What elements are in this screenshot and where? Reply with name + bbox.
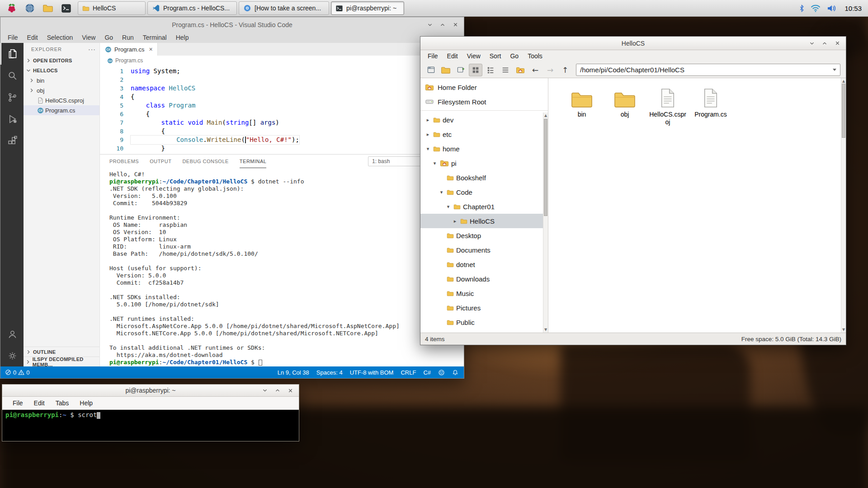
code-line-5[interactable]: 5 class Program [100,101,464,110]
activity-extensions-button[interactable] [0,130,24,151]
tree-item-bookshelf[interactable]: Bookshelf [420,170,548,185]
fm-menu-file[interactable]: File [423,52,443,60]
window-maximize-button[interactable] [821,39,829,47]
wifi-icon[interactable] [810,4,821,13]
activity-search-button[interactable] [0,65,24,86]
new-window-icon[interactable] [454,64,467,76]
menu-view[interactable]: View [77,32,100,43]
expander-right-icon[interactable]: ▸ [452,218,458,224]
explorer-item-program.cs[interactable]: C#Program.cs [24,105,99,115]
web-browser-launcher-icon[interactable] [22,1,38,15]
code-line-3[interactable]: 3namespace HelloCS [100,84,464,93]
scroll-down-icon[interactable]: ▼ [841,328,846,332]
menu-file[interactable]: File [3,32,23,43]
window-shade-button[interactable] [261,386,269,394]
terminal-menu-tabs[interactable]: Tabs [51,399,74,407]
tree-item-code[interactable]: ▾Code [420,185,548,199]
terminal-titlebar[interactable]: pi@raspberrypi: ~ [2,385,299,397]
menu-edit[interactable]: Edit [23,32,42,43]
detailed-view-toggle[interactable] [484,64,497,76]
section-open-editors[interactable]: OPEN EDITORS [24,56,99,66]
window-close-button[interactable] [833,39,841,47]
explorer-item-hellocs.csproj[interactable]: HelloCS.csproj [24,95,99,105]
code-line-9[interactable]: 9 Console.WriteLine("Hello, C#!"); [100,136,464,144]
tree-item-public[interactable]: Public [420,315,548,329]
applications-menu-icon[interactable] [4,1,20,15]
fm-menu-tools[interactable]: Tools [523,52,547,60]
scroll-up-icon[interactable]: ▲ [543,113,548,117]
tree-item-home[interactable]: ▾home [420,141,548,156]
terminal-menu-edit[interactable]: Edit [29,399,50,407]
section-outline[interactable]: OUTLINE [24,347,99,357]
new-tab-icon[interactable] [439,64,453,76]
code-line-4[interactable]: 4{ [100,93,464,101]
tree-item-pictures[interactable]: Pictures [420,300,548,315]
terminal-screen[interactable]: pi@raspberrypi:~ $ scrot [2,410,299,441]
forward-button[interactable]: → [543,64,557,76]
code-line-6[interactable]: 6 { [100,110,464,118]
home-button[interactable] [514,64,527,76]
window-maximize-button[interactable] [274,386,282,394]
expander-down-icon[interactable]: ▾ [432,160,438,166]
file-item-program.cs[interactable]: Program.cs [691,85,731,126]
fm-menu-go[interactable]: Go [505,52,523,60]
tab-program-cs[interactable]: C# Program.cs × [100,43,158,56]
expander-down-icon[interactable]: ▾ [439,189,444,195]
tree-item-hellocs[interactable]: ▸HelloCS [420,214,548,228]
explorer-actions-icon[interactable]: ··· [88,46,96,53]
panel-tab-output[interactable]: OUTPUT [150,155,171,168]
status-eol[interactable]: CRLF [401,369,416,376]
code-line-1[interactable]: 1using System; [100,67,464,75]
back-button[interactable]: ← [528,64,542,76]
tree-item-downloads[interactable]: Downloads [420,272,548,286]
place-filesystem-root[interactable]: Filesystem Root [420,94,548,109]
breadcrumb-item[interactable]: Program.cs [115,57,143,64]
volume-icon[interactable] [826,4,837,13]
up-button[interactable]: ↑ [558,64,572,76]
fm-menu-sort[interactable]: Sort [485,52,506,60]
integrated-terminal[interactable]: Hello, C#!pi@raspberrypi:~/Code/Chapter0… [100,168,464,366]
menu-run[interactable]: Run [118,32,138,43]
menu-go[interactable]: Go [100,32,118,43]
side-pane-toggle-icon[interactable] [424,64,438,76]
window-close-button[interactable] [451,21,459,29]
problems-status[interactable]: 0 0 [5,369,29,376]
code-line-7[interactable]: 7 static void Main(string[] args) [100,118,464,127]
tree-item-dotnet[interactable]: dotnet [420,257,548,272]
expander-down-icon[interactable]: ▾ [425,146,431,152]
scroll-up-icon[interactable]: ▲ [841,79,846,83]
taskbar-task-2[interactable]: Program.cs - HelloCS... [147,1,237,15]
scrollbar-thumb[interactable] [544,119,547,216]
activity-files-button[interactable] [0,43,24,65]
window-shade-button[interactable] [808,39,816,47]
tree-item-pi[interactable]: ▾pi [420,156,548,170]
fm-titlebar[interactable]: HelloCS [420,37,846,50]
path-dropdown-icon[interactable] [833,69,836,71]
compact-view-toggle[interactable] [499,64,512,76]
tree-item-etc[interactable]: ▸etc [420,127,548,141]
side-pane-scrollbar[interactable]: ▲ ▼ [543,113,548,333]
taskbar-task-3[interactable]: [How to take a screen... [239,1,329,15]
file-item-obj[interactable]: obj [605,85,645,126]
tree-item-desktop[interactable]: Desktop [420,228,548,243]
code-line-10[interactable]: 10 } [100,144,464,153]
terminal-menu-help[interactable]: Help [75,399,98,407]
activity-account-button[interactable] [0,323,24,345]
fm-file-view[interactable]: binobjHelloCS.csprojProgram.cs ▲ ▼ [548,78,846,333]
activity-debug-button[interactable] [0,108,24,130]
panel-tab-debug-console[interactable]: DEBUG CONSOLE [182,155,228,168]
status-language-mode[interactable]: C# [423,369,431,376]
tree-item-documents[interactable]: Documents [420,243,548,257]
expander-right-icon[interactable]: ▸ [425,117,431,123]
menu-terminal[interactable]: Terminal [138,32,171,43]
terminal-menu-file[interactable]: File [8,399,28,407]
clock[interactable]: 10:53 [844,5,862,12]
code-line-8[interactable]: 8 { [100,127,464,136]
scrollbar-thumb[interactable] [842,84,845,138]
activity-git-button[interactable] [0,86,24,108]
icon-view-toggle[interactable] [469,64,482,76]
file-view-scrollbar[interactable]: ▲ ▼ [841,78,846,333]
file-item-bin[interactable]: bin [562,85,602,126]
bluetooth-icon[interactable] [799,4,805,13]
status-cursor-position[interactable]: Ln 9, Col 38 [278,369,309,376]
